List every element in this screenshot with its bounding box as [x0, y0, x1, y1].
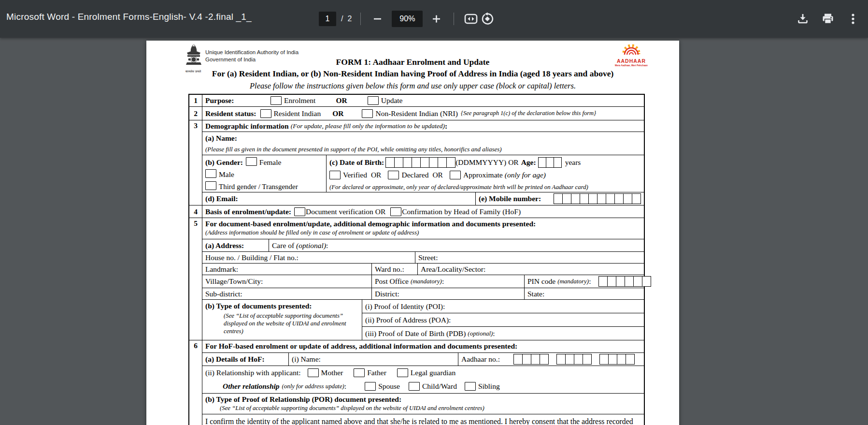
more-options-button[interactable] [845, 11, 861, 27]
or-text: OR [371, 171, 382, 179]
checkbox-female [246, 157, 257, 166]
house-label: House no. / Building / Flat no.: [205, 253, 299, 262]
option-child-ward: Child/Ward [422, 382, 457, 391]
street-label: Street: [418, 253, 438, 262]
row-resident-status: 2 Resident status: Resident Indian OR No… [189, 106, 644, 120]
por-note: (See “List of acceptable supporting docu… [220, 405, 641, 412]
enrolment-form-table: 1 Purpose: Enrolment OR Update 2 Residen… [188, 94, 645, 425]
pin-label: PIN code [527, 277, 555, 286]
checkbox-update [368, 96, 379, 105]
pdb-label: (iii) Proof of Date of Birth (PDB) [365, 329, 466, 338]
row-number: 4 [189, 205, 202, 218]
plus-icon [431, 13, 442, 25]
option-legal-guardian: Legal guardian [411, 368, 455, 377]
gender-cell: (b) Gender: Female Male Third gender / T… [202, 155, 326, 192]
care-of-label: Care of [272, 241, 294, 250]
gender-dob-row: (b) Gender: Female Male Third gender / T… [202, 155, 644, 192]
village-po-pin-row: Village/Town/City: Post Office (mandator… [202, 275, 644, 288]
checkbox-hof-confirmation [390, 207, 401, 216]
document-page: सत्यमेव जयते Unique Identification Autho… [146, 41, 679, 425]
relationship-label: (ii) Relationship with applicant: [205, 368, 301, 377]
toolbar-divider [360, 13, 361, 25]
gender-label: (b) Gender: [205, 158, 243, 166]
form-subtitle: For (a) Resident Indian, or (b) Non-Resi… [146, 69, 679, 79]
state-label: State: [527, 290, 544, 298]
row-number: 2 [189, 107, 202, 120]
mobile-label: (e) Mobile number: [479, 194, 541, 203]
hof-consent-text: I confirm the identity of the applicant … [205, 417, 633, 425]
option-nri: Non-Resident Indian (NRI) [375, 109, 457, 118]
rotate-button[interactable] [479, 11, 496, 27]
age-digit-boxes [538, 157, 562, 168]
village-label: Village/Town/City: [205, 277, 263, 286]
toolbar-divider [454, 13, 454, 25]
pdf-viewer: Microsoft Word - Enrolment Forms-English… [0, 0, 868, 425]
zoom-in-button[interactable] [428, 11, 445, 27]
download-icon [797, 13, 809, 25]
name-note: (Please fill as given in the document pr… [205, 146, 502, 153]
aadhaar-digit-boxes-3 [599, 354, 635, 365]
dob-cell: (c) Date of Birth: (DDMMYYYY) OR Age: ye… [327, 155, 644, 192]
option-hof-confirmation: Confirmation by Head of Family (HoF) [402, 207, 521, 216]
row-basis: 4 Basis of enrolment/update: Document ve… [189, 205, 644, 218]
other-relationship-note: (only for address update) [282, 383, 344, 390]
print-button[interactable] [820, 11, 836, 27]
aadhaar-digit-boxes-2 [556, 354, 592, 365]
option-male: Male [219, 170, 234, 178]
zoom-out-button[interactable] [370, 11, 386, 27]
fit-to-width-button[interactable] [463, 11, 479, 27]
landmark-label: Landmark: [205, 265, 238, 274]
subdistrict-district-state-row: Sub-district: District: State: [202, 288, 644, 299]
checkbox-child-ward [409, 382, 420, 391]
row-number: 1 [189, 95, 202, 106]
hof-consent-row: I confirm the identity of the applicant … [202, 414, 644, 425]
authority-name: Unique Identification Authority of India [205, 49, 299, 56]
option-update: Update [381, 96, 403, 105]
rotate-icon [481, 12, 494, 26]
email-mobile-row: (d) Email: (e) Mobile number: [202, 192, 644, 205]
mobile-digit-boxes [554, 193, 641, 204]
relationship-row: (ii) Relationship with applicant: Mother… [202, 366, 644, 380]
option-verified: Verified [343, 171, 367, 179]
name-row: (a) Name: [202, 132, 644, 144]
option-declared: Declared [401, 171, 428, 179]
checkbox-declared [388, 171, 399, 179]
documents-presented-row: (b) Type of documents presented: (See “L… [202, 299, 644, 340]
poa-row: (ii) Proof of Address (POA): [362, 313, 644, 326]
checkbox-approximate [450, 171, 461, 179]
doc-based-header: For document-based enrolment/update, add… [202, 218, 644, 239]
pdb-note: (optional) [468, 330, 493, 337]
checkbox-sibling [465, 382, 476, 391]
colon: : [493, 329, 495, 338]
page-number-input[interactable]: 1 [319, 12, 336, 26]
dob-digit-boxes [385, 157, 455, 168]
documents-label: (b) Type of documents presented: [202, 300, 362, 311]
page-current: 1 [326, 15, 330, 23]
checkbox-enrolment [270, 96, 282, 105]
toolbar-right-controls [795, 0, 861, 38]
or-text: OR [332, 109, 343, 118]
minus-icon [372, 13, 384, 25]
nri-note: {See paragraph 1(c) of the declaration b… [461, 110, 596, 117]
option-mother: Mother [321, 368, 343, 377]
checkbox-father [354, 368, 365, 377]
resident-status-label: Resident status: [205, 109, 256, 118]
checkbox-nri [362, 109, 373, 118]
download-button[interactable] [795, 11, 811, 27]
colon: : [326, 241, 328, 250]
dob-note: (For declared or approximate, only year … [329, 184, 588, 191]
care-of-note: (optional) [296, 241, 326, 250]
pdb-row: (iii) Proof of Date of Birth (PDB) (opti… [362, 326, 644, 340]
checkbox-mother [308, 368, 319, 377]
area-label: Area/Locality/Sector: [421, 265, 485, 274]
option-father: Father [367, 368, 386, 377]
zoom-level: 90% [399, 15, 415, 23]
documents-label-cell: (b) Type of documents presented: (See “L… [202, 300, 362, 340]
page-total: 2 [347, 15, 352, 23]
or-text: OR [432, 171, 443, 179]
district-label: District: [375, 290, 399, 298]
row-demographic: 3 Demographic information (For update, p… [189, 120, 644, 205]
zoom-level-input[interactable]: 90% [392, 11, 423, 27]
hof-name-label: (i) Name: [292, 355, 321, 364]
checkbox-male [205, 169, 216, 178]
